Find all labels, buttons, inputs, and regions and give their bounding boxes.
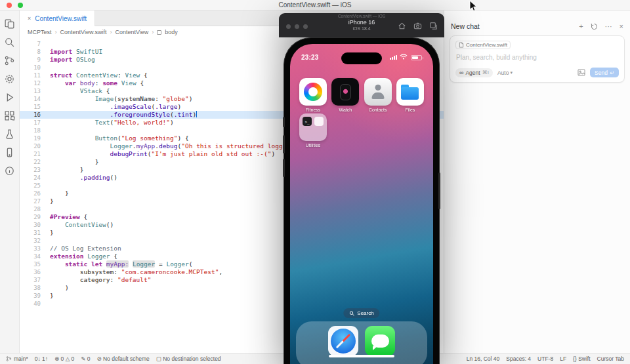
- background-window-title: ContentView.swift — iOS: [279, 14, 444, 18]
- menu-bar: ContentView.swift — iOS: [0, 0, 630, 10]
- breadcrumb-symbol[interactable]: body: [165, 29, 178, 35]
- search-label: Search: [357, 310, 373, 316]
- device-icon[interactable]: [4, 147, 15, 158]
- safari-app-icon[interactable]: [328, 326, 358, 356]
- record-dot-icon: [7, 3, 12, 8]
- info-icon[interactable]: [4, 165, 15, 176]
- tab-label: ContentView.swift: [35, 15, 87, 22]
- statusbar-item[interactable]: 0↓ 1↑: [35, 355, 48, 362]
- iphone-screen[interactable]: 23:23 Fitness Watch: [290, 44, 433, 364]
- files-app-icon[interactable]: [396, 78, 424, 106]
- statusbar-item[interactable]: {} Swift: [573, 355, 590, 362]
- app-label: Files: [406, 108, 415, 112]
- tab-contentview-swift[interactable]: × ContentView.swift: [20, 10, 95, 26]
- screenshot-camera-icon[interactable]: [413, 22, 422, 30]
- send-button[interactable]: Send ↵: [590, 68, 619, 77]
- utilities-folder-icon[interactable]: >_: [299, 113, 327, 141]
- statusbar-item[interactable]: ✎ 0: [81, 355, 90, 362]
- breadcrumb-file[interactable]: ContentView.swift: [60, 29, 107, 35]
- window-stack-icon[interactable]: [429, 22, 438, 30]
- simulator-window[interactable]: ContentView.swift — iOS iPhone 16 iOS 18…: [279, 13, 444, 364]
- chat-history-icon[interactable]: [591, 23, 598, 30]
- side-button: [438, 172, 440, 209]
- symbol-property-icon: [157, 30, 161, 35]
- source-control-icon[interactable]: [4, 55, 15, 66]
- statusbar-item[interactable]: ▢ No destination selected: [156, 355, 221, 362]
- more-options-icon[interactable]: ···: [605, 22, 612, 30]
- model-label: Auto: [497, 70, 509, 76]
- iphone-device-frame: 23:23 Fitness Watch: [284, 37, 440, 364]
- search-icon[interactable]: [4, 37, 15, 48]
- contacts-app-icon[interactable]: [364, 78, 392, 106]
- messages-app-icon[interactable]: [365, 326, 395, 356]
- folder-utilities[interactable]: >_ Utilities: [299, 113, 327, 148]
- menubar-status-dots: [7, 3, 23, 8]
- watch-app-icon[interactable]: [331, 78, 359, 106]
- window-title: ContentView.swift — iOS: [279, 1, 352, 9]
- agent-shortcut: ⌘I: [482, 70, 489, 75]
- agent-infinity-icon: ∞: [459, 70, 463, 76]
- tab-close-icon[interactable]: ×: [28, 15, 31, 22]
- chat-panel: New chat + ··· × ContentView.swift Plan,…: [444, 10, 630, 353]
- statusbar-right-items: Ln 16, Col 40Spaces: 4UTF-8LF{} SwiftCur…: [467, 355, 624, 362]
- app-label: Fitness: [306, 108, 321, 112]
- statusbar-item[interactable]: UTF-8: [537, 355, 553, 362]
- statusbar-left-items: 0↓ 1↑⊗ 0 △ 0✎ 0⊘ No default scheme▢ No d…: [35, 355, 221, 362]
- chat-placeholder[interactable]: Plan, search, build anything: [456, 54, 618, 61]
- statusbar-item[interactable]: ⊘ No default scheme: [96, 355, 149, 362]
- app-fitness[interactable]: Fitness: [299, 78, 327, 112]
- volume-up-button: [283, 135, 285, 153]
- app-watch[interactable]: Watch: [331, 78, 360, 112]
- chevron-right-icon: ›: [152, 29, 154, 35]
- run-debug-icon[interactable]: [4, 92, 15, 103]
- explorer-icon[interactable]: [4, 18, 15, 30]
- breadcrumb-project[interactable]: MCPTest: [28, 29, 52, 35]
- cellular-signal-icon: [390, 55, 397, 60]
- activity-bar: [0, 10, 20, 353]
- simulator-titlebar[interactable]: ContentView.swift — iOS iPhone 16 iOS 18…: [279, 13, 444, 37]
- battery-icon: [411, 55, 422, 60]
- volume-down-button: [283, 159, 285, 177]
- statusbar-item[interactable]: ⊗ 0 △ 0: [54, 355, 74, 362]
- branch-name: main*: [14, 355, 28, 362]
- app-contacts[interactable]: Contacts: [364, 78, 392, 112]
- app-files[interactable]: Files: [396, 78, 425, 112]
- test-flask-icon[interactable]: [4, 129, 15, 140]
- dynamic-island: [341, 52, 382, 64]
- chat-title: New chat: [451, 22, 480, 30]
- context-chip-label: ContentView.swift: [466, 42, 507, 48]
- return-key-icon: ↵: [610, 70, 614, 76]
- context-chip[interactable]: ContentView.swift: [455, 41, 511, 49]
- send-label: Send: [595, 70, 608, 76]
- chevron-right-icon: ›: [55, 29, 57, 35]
- model-selector[interactable]: Auto ▾: [497, 70, 513, 76]
- app-label: Contacts: [369, 108, 387, 112]
- agent-mode-pill[interactable]: ∞ Agent ⌘I: [455, 68, 493, 77]
- home-screen-grid: Fitness Watch Contacts Files: [290, 78, 433, 112]
- chat-input-box[interactable]: ContentView.swift Plan, search, build an…: [450, 35, 625, 83]
- git-branch-indicator[interactable]: main*: [6, 355, 28, 362]
- status-time: 23:23: [301, 54, 319, 61]
- chat-close-icon[interactable]: ×: [620, 22, 623, 30]
- folder-label: Utilities: [306, 143, 321, 148]
- dock: [296, 321, 427, 364]
- text-caret: [196, 111, 197, 117]
- action-button: [283, 117, 285, 127]
- screen-share-dot-icon: [18, 3, 23, 8]
- statusbar-item[interactable]: Ln 16, Col 40: [467, 355, 500, 362]
- spotlight-search-pill[interactable]: Search: [343, 308, 379, 318]
- home-button-icon[interactable]: [398, 22, 406, 30]
- statusbar-item[interactable]: LF: [560, 355, 566, 362]
- attach-image-icon[interactable]: [578, 69, 585, 76]
- statusbar-item[interactable]: Cursor Tab: [597, 355, 624, 362]
- chevron-right-icon: ›: [110, 29, 112, 35]
- chevron-down-icon: ▾: [510, 70, 513, 75]
- settings-gear-icon[interactable]: [4, 73, 15, 85]
- breadcrumb-type[interactable]: ContentView: [115, 29, 148, 35]
- home-indicator[interactable]: [329, 355, 394, 357]
- statusbar-item[interactable]: Spaces: 4: [506, 355, 531, 362]
- app-label: Watch: [339, 108, 352, 112]
- fitness-app-icon[interactable]: [299, 78, 327, 106]
- new-chat-plus-icon[interactable]: +: [579, 22, 583, 30]
- extensions-icon[interactable]: [4, 110, 15, 121]
